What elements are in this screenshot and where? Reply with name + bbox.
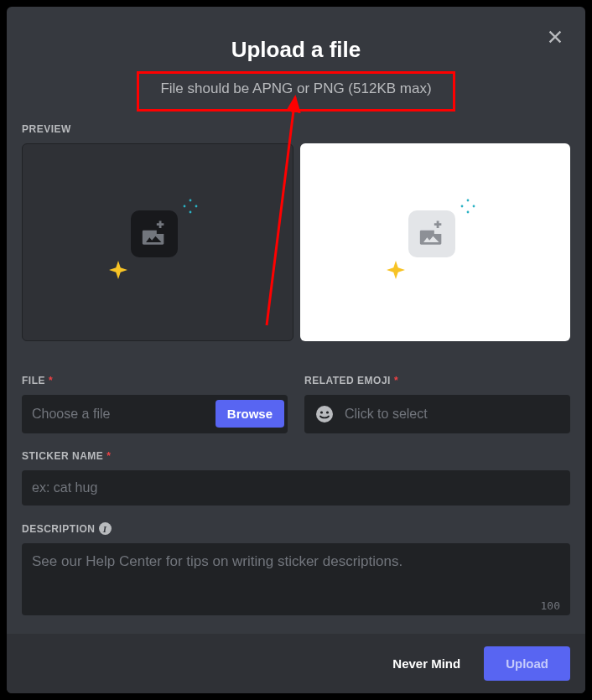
related-emoji-label: RELATED EMOJI* xyxy=(304,375,570,386)
preview-light-pane xyxy=(300,143,570,341)
smiley-icon xyxy=(314,404,335,424)
description-input[interactable] xyxy=(22,543,570,615)
modal-subtitle: File should be APNG or PNG (512KB max) xyxy=(148,80,444,97)
close-icon xyxy=(546,28,564,46)
subtitle-highlight-box: File should be APNG or PNG (512KB max) xyxy=(137,71,455,111)
modal-header: Upload a file File should be APNG or PNG… xyxy=(22,37,570,111)
sparkle-dots-icon xyxy=(460,199,475,217)
image-add-icon xyxy=(131,210,178,257)
modal-footer: Never Mind Upload xyxy=(7,634,585,693)
sticker-name-label: STICKER NAME* xyxy=(22,450,570,462)
browse-button[interactable]: Browse xyxy=(216,400,284,428)
svg-point-5 xyxy=(461,205,464,207)
close-button[interactable] xyxy=(543,25,567,49)
file-input[interactable]: Choose a file Browse xyxy=(22,395,288,433)
related-emoji-label-text: RELATED EMOJI xyxy=(304,375,391,386)
info-icon[interactable]: i xyxy=(99,522,112,535)
svg-point-10 xyxy=(326,411,329,413)
description-label-text: DESCRIPTION xyxy=(22,523,96,535)
description-label: DESCRIPTION i xyxy=(22,522,570,535)
svg-point-8 xyxy=(316,406,333,423)
svg-point-2 xyxy=(195,205,198,207)
char-count: 100 xyxy=(541,599,560,612)
svg-point-9 xyxy=(320,411,323,413)
svg-point-1 xyxy=(184,205,186,207)
sticker-name-label-text: STICKER NAME xyxy=(22,450,103,462)
required-asterisk: * xyxy=(394,375,398,386)
related-emoji-placeholder: Click to select xyxy=(345,407,428,422)
required-asterisk: * xyxy=(49,375,53,386)
preview-row xyxy=(22,143,570,341)
preview-placeholder-cluster xyxy=(107,192,208,293)
file-label: FILE* xyxy=(22,375,288,386)
svg-point-7 xyxy=(467,210,470,213)
upload-button[interactable]: Upload xyxy=(484,646,570,681)
preview-placeholder-cluster xyxy=(385,192,486,293)
cancel-button[interactable]: Never Mind xyxy=(381,648,472,679)
upload-file-modal: Upload a file File should be APNG or PNG… xyxy=(7,7,585,693)
related-emoji-select[interactable]: Click to select xyxy=(304,395,570,433)
file-input-placeholder: Choose a file xyxy=(32,407,216,422)
svg-point-0 xyxy=(190,199,192,201)
preview-dark-pane xyxy=(22,143,293,341)
required-asterisk: * xyxy=(106,450,111,462)
svg-point-6 xyxy=(473,205,475,207)
sticker-name-input[interactable] xyxy=(22,470,570,506)
preview-label: PREVIEW xyxy=(22,123,570,135)
svg-point-3 xyxy=(190,210,192,213)
sparkle-icon xyxy=(387,261,405,283)
sparkle-dots-icon xyxy=(183,199,198,217)
svg-point-4 xyxy=(467,199,470,201)
modal-title: Upload a file xyxy=(22,37,570,63)
file-label-text: FILE xyxy=(22,375,45,386)
sparkle-icon xyxy=(109,261,127,283)
image-add-icon xyxy=(408,210,455,257)
